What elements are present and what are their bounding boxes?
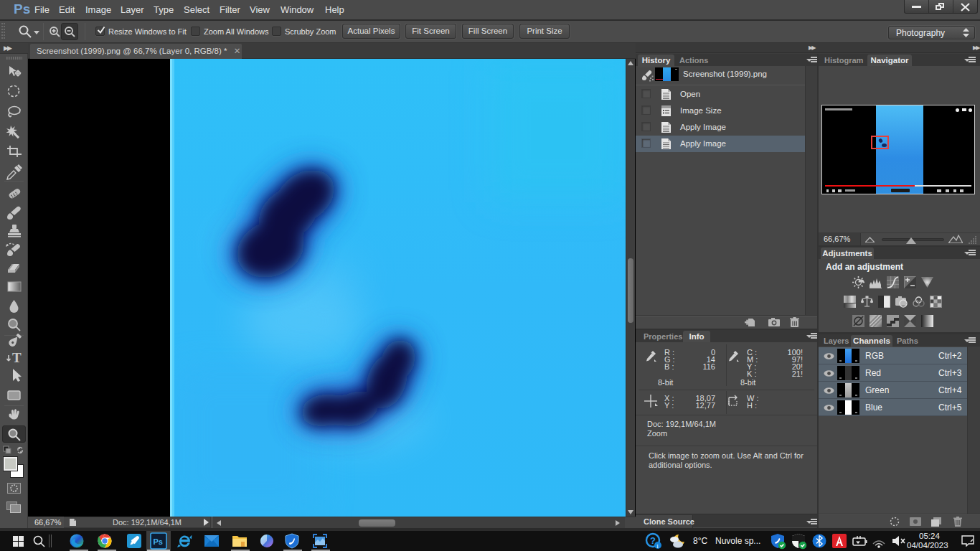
svg-text:Ps: Ps xyxy=(154,537,163,546)
svg-text:T: T xyxy=(12,350,22,365)
